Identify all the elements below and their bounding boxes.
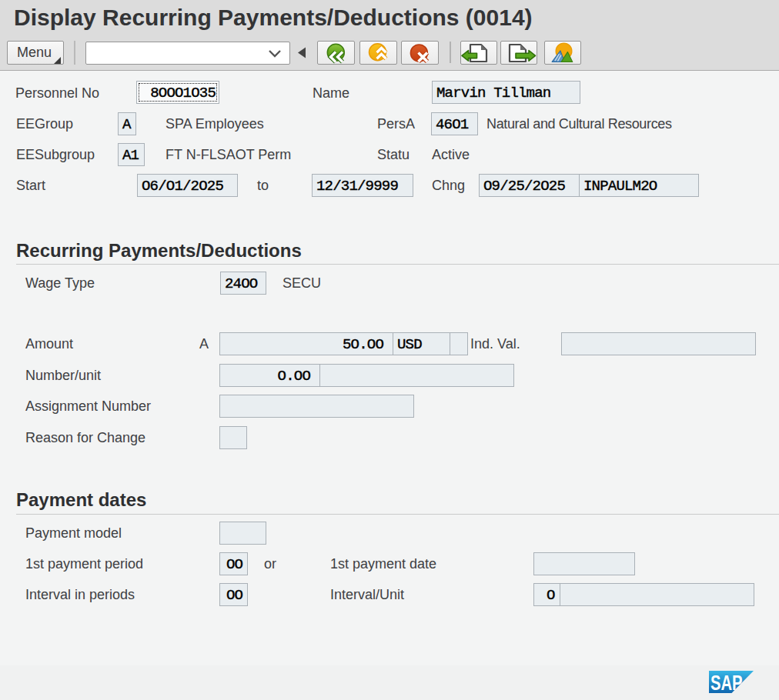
svg-text:SAP: SAP [710,671,743,694]
